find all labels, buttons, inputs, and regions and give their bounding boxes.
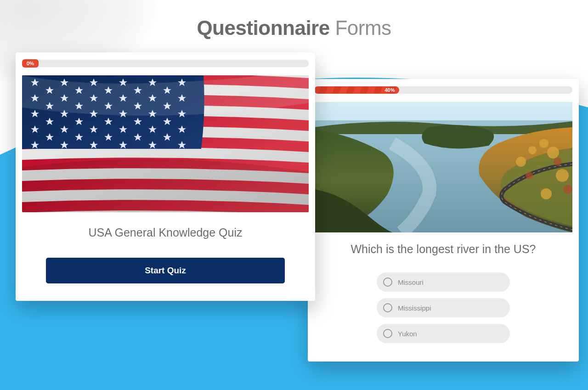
svg-point-62 xyxy=(563,185,572,194)
answer-options: Missouri Mississippi Yukon xyxy=(377,272,510,343)
quiz-hero-image-flag xyxy=(22,75,309,212)
svg-point-59 xyxy=(541,188,552,199)
svg-point-58 xyxy=(556,169,569,182)
quiz-title: USA General Knowledge Quiz xyxy=(22,226,309,239)
page-title-light: Forms xyxy=(335,17,391,39)
radio-icon xyxy=(383,277,392,287)
start-quiz-button[interactable]: Start Quiz xyxy=(46,258,285,283)
page-title-bold: Questionnaire xyxy=(197,17,329,39)
progress-bar: 0% xyxy=(22,60,309,67)
progress-bar: 40% xyxy=(314,86,572,94)
answer-option-label: Mississippi xyxy=(398,304,431,312)
svg-point-54 xyxy=(539,139,548,148)
question-hero-image-river xyxy=(314,102,572,232)
svg-point-56 xyxy=(528,146,537,154)
quiz-question-card: 40% xyxy=(308,79,579,362)
svg-point-57 xyxy=(516,157,526,167)
answer-option[interactable]: Yukon xyxy=(377,324,510,343)
answer-option[interactable]: Missouri xyxy=(377,272,510,292)
progress-percent-label: 40% xyxy=(384,86,395,94)
quiz-intro-card: 0% xyxy=(16,52,315,301)
progress-fill: 40% xyxy=(314,86,399,94)
progress-percent-badge: 0% xyxy=(22,59,39,68)
svg-point-61 xyxy=(526,172,533,179)
answer-option-label: Yukon xyxy=(398,330,417,338)
answer-option[interactable]: Mississippi xyxy=(377,298,510,317)
svg-point-60 xyxy=(554,158,562,166)
radio-icon xyxy=(383,303,392,312)
question-text: Which is the longest river in the US? xyxy=(314,243,572,256)
svg-point-55 xyxy=(547,147,559,158)
answer-option-label: Missouri xyxy=(398,278,424,286)
page-title: Questionnaire Forms xyxy=(0,17,588,40)
radio-icon xyxy=(383,329,392,338)
